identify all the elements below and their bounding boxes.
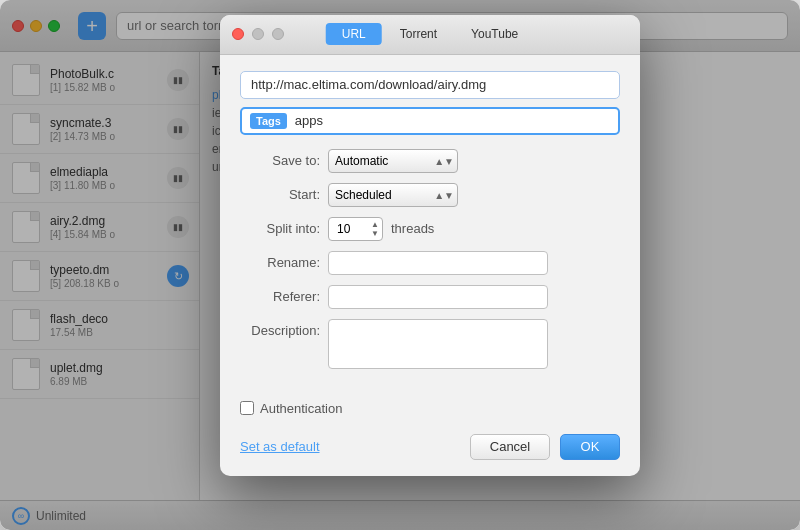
set-default-link[interactable]: Set as default bbox=[240, 439, 320, 454]
save-to-select-wrapper: Automatic Desktop Downloads Documents ▲▼ bbox=[328, 149, 458, 173]
modal-titlebar: URL Torrent YouTube bbox=[220, 15, 640, 55]
rename-input[interactable] bbox=[328, 251, 548, 275]
tab-youtube[interactable]: YouTube bbox=[455, 23, 534, 45]
start-select[interactable]: Scheduled Immediately Manually bbox=[328, 183, 458, 207]
modal-maximize-button[interactable] bbox=[272, 28, 284, 40]
modal-footer: Set as default Cancel OK bbox=[220, 426, 640, 476]
split-label: Split into: bbox=[240, 221, 320, 236]
url-input[interactable] bbox=[240, 71, 620, 99]
tags-row: Tags apps bbox=[240, 107, 620, 135]
ok-button[interactable]: OK bbox=[560, 434, 620, 460]
tab-url[interactable]: URL bbox=[326, 23, 382, 45]
start-label: Start: bbox=[240, 187, 320, 202]
modal-close-button[interactable] bbox=[232, 28, 244, 40]
description-input[interactable] bbox=[328, 319, 548, 369]
rename-label: Rename: bbox=[240, 255, 320, 270]
cancel-button[interactable]: Cancel bbox=[470, 434, 550, 460]
modal-minimize-button[interactable] bbox=[252, 28, 264, 40]
tags-value: apps bbox=[295, 113, 323, 128]
description-label: Description: bbox=[240, 323, 320, 338]
authentication-label: Authentication bbox=[260, 401, 342, 416]
save-to-row: Save to: Automatic Desktop Downloads Doc… bbox=[240, 149, 620, 173]
referer-input[interactable] bbox=[328, 285, 548, 309]
start-select-wrapper: Scheduled Immediately Manually ▲▼ bbox=[328, 183, 458, 207]
rename-row: Rename: bbox=[240, 251, 620, 275]
app-window: + PhotoBulk.c [1] 15.82 MB o ▮▮ bbox=[0, 0, 800, 530]
threads-label: threads bbox=[391, 221, 434, 236]
modal-tabs: URL Torrent YouTube bbox=[326, 23, 535, 45]
auth-row: Authentication bbox=[220, 401, 640, 416]
start-row: Start: Scheduled Immediately Manually ▲▼ bbox=[240, 183, 620, 207]
modal-body: Tags apps Save to: Automatic Desktop Dow… bbox=[220, 55, 640, 395]
tags-badge: Tags bbox=[250, 113, 287, 129]
authentication-checkbox[interactable] bbox=[240, 401, 254, 415]
footer-buttons: Cancel OK bbox=[470, 434, 620, 460]
modal-dialog: URL Torrent YouTube Tags apps Save to: bbox=[220, 15, 640, 476]
description-row: Description: bbox=[240, 319, 620, 369]
referer-row: Referer: bbox=[240, 285, 620, 309]
split-input-wrapper: ▲ ▼ bbox=[328, 217, 383, 241]
save-to-select[interactable]: Automatic Desktop Downloads Documents bbox=[328, 149, 458, 173]
split-row: Split into: ▲ ▼ threads bbox=[240, 217, 620, 241]
tab-torrent[interactable]: Torrent bbox=[384, 23, 453, 45]
modal-overlay: URL Torrent YouTube Tags apps Save to: bbox=[0, 0, 800, 530]
split-input[interactable] bbox=[328, 217, 383, 241]
referer-label: Referer: bbox=[240, 289, 320, 304]
save-to-label: Save to: bbox=[240, 153, 320, 168]
